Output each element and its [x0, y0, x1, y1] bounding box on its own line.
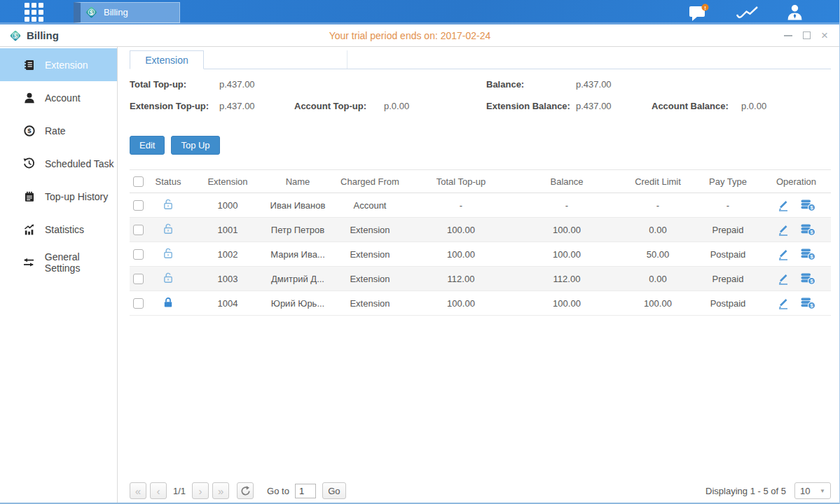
select-all-checkbox[interactable] — [133, 176, 144, 187]
taskbar-tab-billing[interactable]: $ Billing — [74, 2, 180, 23]
summary-balance: Balance: p.437.00 — [486, 78, 652, 90]
column-header-credit-limit: Credit Limit — [621, 170, 694, 193]
minimize-icon[interactable] — [784, 35, 792, 36]
cell-balance: 112.00 — [512, 267, 621, 291]
cell-charged-from: Extension — [330, 291, 410, 316]
taskbar-tab-label: Billing — [104, 7, 128, 18]
summary-extension-balance: Extension Balance: p.437.00 — [486, 100, 652, 112]
first-page-button[interactable]: « — [130, 482, 146, 499]
extensions-table: Status Extension Name Charged From Total… — [130, 169, 831, 316]
top-up-row-icon[interactable]: $ — [801, 273, 815, 285]
summary-label: Extension Balance: — [486, 100, 576, 112]
page-size-value: 10 — [800, 486, 810, 496]
cell-pay-type: - — [694, 193, 762, 218]
top-up-row-icon[interactable]: $ — [801, 224, 815, 236]
sidebar-item-extension[interactable]: Extension — [0, 48, 117, 81]
sidebar-item-label: Extension — [45, 59, 88, 71]
user-account-icon[interactable] — [785, 4, 804, 22]
sidebar-item-scheduled-task[interactable]: Scheduled Task — [0, 147, 117, 180]
summary-label: Total Top-up: — [130, 78, 219, 90]
top-up-row-icon[interactable]: $ — [801, 298, 815, 309]
maximize-icon[interactable] — [803, 31, 811, 39]
row-checkbox[interactable] — [133, 274, 144, 284]
cell-balance: 100.00 — [512, 218, 621, 242]
cell-balance: 100.00 — [512, 242, 621, 267]
topbar-right-icons: ! — [688, 4, 839, 22]
sidebar-item-statistics[interactable]: Statistics — [0, 213, 117, 246]
sidebar-item-label: Scheduled Task — [45, 158, 114, 169]
cell-charged-from: Extension — [330, 218, 410, 242]
goto-page-input[interactable] — [295, 484, 316, 498]
summary-value: p.437.00 — [576, 100, 612, 112]
column-header-pay-type: Pay Type — [694, 170, 762, 193]
goto-label: Go to — [267, 486, 289, 496]
refresh-button[interactable] — [237, 482, 254, 499]
sidebar-item-general-settings[interactable]: General Settings — [0, 246, 117, 279]
go-button[interactable]: Go — [322, 482, 346, 499]
reports-chart-icon[interactable] — [736, 4, 759, 21]
cell-credit-limit: 0.00 — [621, 267, 694, 291]
svg-text:$: $ — [27, 127, 32, 134]
cell-name: Иван Иванов — [266, 193, 330, 218]
balance-summary: Total Top-up: p.437.00 Balance: p.437.00… — [130, 78, 831, 112]
top-up-row-icon[interactable]: $ — [801, 248, 815, 260]
window-controls: × — [784, 31, 839, 39]
previous-page-button[interactable]: ‹ — [150, 482, 167, 499]
cell-total-topup: 100.00 — [410, 291, 512, 316]
edit-row-icon[interactable] — [777, 273, 790, 285]
row-checkbox[interactable] — [133, 200, 144, 211]
tab-extension[interactable]: Extension — [130, 50, 204, 69]
next-page-button[interactable]: › — [192, 482, 209, 499]
row-checkbox[interactable] — [133, 249, 144, 260]
cell-pay-type: Prepaid — [694, 267, 762, 291]
edit-row-icon[interactable] — [777, 298, 790, 309]
close-icon[interactable]: × — [821, 31, 828, 39]
edit-row-icon[interactable] — [777, 248, 790, 260]
displaying-text: Displaying 1 - 5 of 5 — [705, 486, 786, 496]
sidebar-item-account[interactable]: Account — [0, 81, 117, 114]
app-launcher-grid-icon[interactable] — [25, 3, 43, 22]
summary-label: Extension Top-up: — [130, 100, 219, 112]
sidebar-item-label: Top-up History — [45, 191, 108, 202]
cell-name: Дмитрий Д... — [266, 267, 330, 291]
svg-text:$: $ — [90, 9, 93, 16]
last-page-button[interactable]: » — [212, 482, 229, 499]
cell-balance: 100.00 — [512, 291, 621, 316]
sidebar-item-label: Rate — [45, 125, 66, 136]
cell-charged-from: Account — [330, 193, 410, 218]
sidebar-item-rate[interactable]: $ Rate — [0, 114, 117, 147]
column-header-balance: Balance — [512, 170, 621, 193]
summary-label: Account Top-up: — [294, 100, 384, 112]
row-checkbox[interactable] — [133, 225, 144, 235]
top-up-button[interactable]: Top Up — [171, 136, 219, 155]
page-size-select[interactable]: 10 ▼ — [794, 482, 831, 499]
edit-row-icon[interactable] — [777, 200, 790, 211]
billing-dollar-diamond-icon: $ — [9, 29, 22, 42]
summary-extension-topup: Extension Top-up: p.437.00 — [130, 100, 294, 112]
row-checkbox[interactable] — [133, 298, 144, 309]
summary-account-topup: Account Top-up: p.0.00 — [294, 100, 486, 112]
cell-extension: 1000 — [190, 193, 266, 218]
window-title: Billing — [27, 29, 59, 41]
table-row: 1003 Дмитрий Д... Extension 112.00 112.0… — [130, 267, 831, 291]
summary-label: Balance: — [486, 78, 576, 90]
table-row: 1000 Иван Иванов Account - - - - $ — [130, 193, 831, 218]
table-row: 1004 Юрий Юрь... Extension 100.00 100.00… — [130, 291, 831, 316]
window-body: Extension Account $ Rate — [0, 47, 839, 503]
statistics-chart-icon — [22, 224, 36, 235]
edit-row-icon[interactable] — [777, 224, 790, 236]
tab-bar-spacer — [204, 50, 347, 69]
column-header-operation: Operation — [762, 170, 831, 193]
cell-name: Юрий Юрь... — [266, 291, 330, 316]
sidebar-item-topup-history[interactable]: Top-up History — [0, 180, 117, 213]
dollar-circle-icon: $ — [22, 125, 36, 136]
cell-pay-type: Prepaid — [694, 218, 762, 242]
table-row: 1002 Мария Ива... Extension 100.00 100.0… — [130, 242, 831, 267]
top-up-row-icon[interactable]: $ — [801, 200, 815, 211]
cell-extension: 1001 — [190, 218, 266, 242]
edit-button[interactable]: Edit — [130, 136, 165, 155]
notepad-icon — [22, 191, 36, 202]
messages-icon[interactable]: ! — [688, 4, 710, 22]
svg-text:!: ! — [704, 4, 706, 10]
table-toolbar: Edit Top Up — [130, 136, 831, 155]
